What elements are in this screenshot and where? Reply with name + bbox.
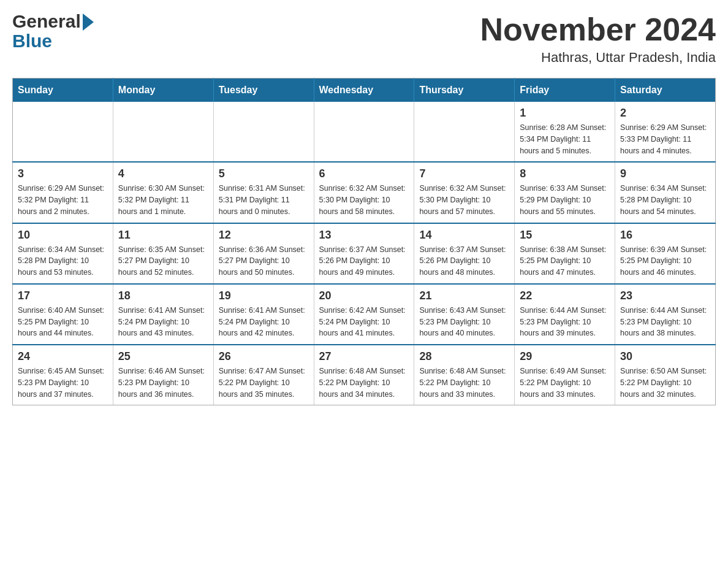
calendar-header-row: SundayMondayTuesdayWednesdayThursdayFrid… xyxy=(13,79,716,102)
day-info: Sunrise: 6:41 AM Sunset: 5:24 PM Dayligh… xyxy=(219,305,309,339)
day-number: 23 xyxy=(620,289,710,302)
calendar-cell: 25Sunrise: 6:46 AM Sunset: 5:23 PM Dayli… xyxy=(113,345,213,405)
calendar-cell: 12Sunrise: 6:36 AM Sunset: 5:27 PM Dayli… xyxy=(213,223,314,284)
day-number: 28 xyxy=(419,350,509,363)
calendar-cell xyxy=(213,102,314,162)
day-number: 21 xyxy=(419,289,509,302)
day-info: Sunrise: 6:43 AM Sunset: 5:23 PM Dayligh… xyxy=(419,305,509,339)
calendar-cell: 4Sunrise: 6:30 AM Sunset: 5:32 PM Daylig… xyxy=(113,162,213,223)
calendar-cell: 26Sunrise: 6:47 AM Sunset: 5:22 PM Dayli… xyxy=(213,345,314,405)
day-info: Sunrise: 6:32 AM Sunset: 5:30 PM Dayligh… xyxy=(419,183,509,217)
calendar-weekday-tuesday: Tuesday xyxy=(213,79,314,102)
day-number: 3 xyxy=(18,167,108,180)
day-number: 20 xyxy=(319,289,409,302)
logo: General Blue xyxy=(12,12,94,52)
calendar-cell: 15Sunrise: 6:38 AM Sunset: 5:25 PM Dayli… xyxy=(515,223,615,284)
day-info: Sunrise: 6:31 AM Sunset: 5:31 PM Dayligh… xyxy=(219,183,309,217)
day-number: 4 xyxy=(118,167,208,180)
calendar-cell: 2Sunrise: 6:29 AM Sunset: 5:33 PM Daylig… xyxy=(615,102,716,162)
day-number: 19 xyxy=(219,289,309,302)
day-number: 14 xyxy=(419,229,509,242)
day-info: Sunrise: 6:34 AM Sunset: 5:28 PM Dayligh… xyxy=(18,244,108,278)
calendar-cell: 22Sunrise: 6:44 AM Sunset: 5:23 PM Dayli… xyxy=(515,284,615,345)
calendar-week-1: 1Sunrise: 6:28 AM Sunset: 5:34 PM Daylig… xyxy=(13,102,716,162)
calendar-cell: 5Sunrise: 6:31 AM Sunset: 5:31 PM Daylig… xyxy=(213,162,314,223)
calendar-cell: 17Sunrise: 6:40 AM Sunset: 5:25 PM Dayli… xyxy=(13,284,113,345)
day-number: 30 xyxy=(620,350,710,363)
calendar-cell: 11Sunrise: 6:35 AM Sunset: 5:27 PM Dayli… xyxy=(113,223,213,284)
day-number: 16 xyxy=(620,229,710,242)
day-info: Sunrise: 6:29 AM Sunset: 5:32 PM Dayligh… xyxy=(18,183,108,217)
calendar-cell: 19Sunrise: 6:41 AM Sunset: 5:24 PM Dayli… xyxy=(213,284,314,345)
day-number: 13 xyxy=(319,229,409,242)
day-info: Sunrise: 6:48 AM Sunset: 5:22 PM Dayligh… xyxy=(319,366,409,400)
calendar-cell: 7Sunrise: 6:32 AM Sunset: 5:30 PM Daylig… xyxy=(414,162,515,223)
calendar-cell: 3Sunrise: 6:29 AM Sunset: 5:32 PM Daylig… xyxy=(13,162,113,223)
day-info: Sunrise: 6:39 AM Sunset: 5:25 PM Dayligh… xyxy=(620,244,710,278)
logo-blue-text: Blue xyxy=(12,31,52,51)
page-header: General Blue November 2024 Hathras, Utta… xyxy=(12,12,716,66)
day-number: 1 xyxy=(520,107,610,120)
calendar-weekday-saturday: Saturday xyxy=(615,79,716,102)
calendar-cell: 24Sunrise: 6:45 AM Sunset: 5:23 PM Dayli… xyxy=(13,345,113,405)
day-info: Sunrise: 6:33 AM Sunset: 5:29 PM Dayligh… xyxy=(520,183,610,217)
day-number: 8 xyxy=(520,167,610,180)
day-number: 29 xyxy=(520,350,610,363)
calendar-header: SundayMondayTuesdayWednesdayThursdayFrid… xyxy=(13,79,716,102)
calendar-cell: 16Sunrise: 6:39 AM Sunset: 5:25 PM Dayli… xyxy=(615,223,716,284)
calendar-cell xyxy=(414,102,515,162)
calendar-table: SundayMondayTuesdayWednesdayThursdayFrid… xyxy=(12,78,716,405)
calendar-subtitle: Hathras, Uttar Pradesh, India xyxy=(480,50,716,66)
day-info: Sunrise: 6:37 AM Sunset: 5:26 PM Dayligh… xyxy=(419,244,509,278)
calendar-title: November 2024 xyxy=(480,12,716,47)
calendar-week-2: 3Sunrise: 6:29 AM Sunset: 5:32 PM Daylig… xyxy=(13,162,716,223)
day-info: Sunrise: 6:48 AM Sunset: 5:22 PM Dayligh… xyxy=(419,366,509,400)
day-info: Sunrise: 6:41 AM Sunset: 5:24 PM Dayligh… xyxy=(118,305,208,339)
day-number: 18 xyxy=(118,289,208,302)
day-info: Sunrise: 6:30 AM Sunset: 5:32 PM Dayligh… xyxy=(118,183,208,217)
day-info: Sunrise: 6:44 AM Sunset: 5:23 PM Dayligh… xyxy=(520,305,610,339)
calendar-cell: 6Sunrise: 6:32 AM Sunset: 5:30 PM Daylig… xyxy=(314,162,414,223)
day-info: Sunrise: 6:42 AM Sunset: 5:24 PM Dayligh… xyxy=(319,305,409,339)
day-info: Sunrise: 6:35 AM Sunset: 5:27 PM Dayligh… xyxy=(118,244,208,278)
calendar-cell: 10Sunrise: 6:34 AM Sunset: 5:28 PM Dayli… xyxy=(13,223,113,284)
day-number: 7 xyxy=(419,167,509,180)
calendar-cell: 13Sunrise: 6:37 AM Sunset: 5:26 PM Dayli… xyxy=(314,223,414,284)
day-number: 2 xyxy=(620,107,710,120)
day-info: Sunrise: 6:49 AM Sunset: 5:22 PM Dayligh… xyxy=(520,366,610,400)
day-info: Sunrise: 6:32 AM Sunset: 5:30 PM Dayligh… xyxy=(319,183,409,217)
day-number: 17 xyxy=(18,289,108,302)
calendar-week-4: 17Sunrise: 6:40 AM Sunset: 5:25 PM Dayli… xyxy=(13,284,716,345)
calendar-body: 1Sunrise: 6:28 AM Sunset: 5:34 PM Daylig… xyxy=(13,102,716,405)
day-number: 11 xyxy=(118,229,208,242)
calendar-cell: 18Sunrise: 6:41 AM Sunset: 5:24 PM Dayli… xyxy=(113,284,213,345)
day-info: Sunrise: 6:44 AM Sunset: 5:23 PM Dayligh… xyxy=(620,305,710,339)
calendar-cell: 8Sunrise: 6:33 AM Sunset: 5:29 PM Daylig… xyxy=(515,162,615,223)
calendar-cell: 30Sunrise: 6:50 AM Sunset: 5:22 PM Dayli… xyxy=(615,345,716,405)
calendar-week-3: 10Sunrise: 6:34 AM Sunset: 5:28 PM Dayli… xyxy=(13,223,716,284)
calendar-weekday-friday: Friday xyxy=(515,79,615,102)
calendar-cell: 1Sunrise: 6:28 AM Sunset: 5:34 PM Daylig… xyxy=(515,102,615,162)
calendar-cell: 28Sunrise: 6:48 AM Sunset: 5:22 PM Dayli… xyxy=(414,345,515,405)
day-number: 26 xyxy=(219,350,309,363)
day-info: Sunrise: 6:28 AM Sunset: 5:34 PM Dayligh… xyxy=(520,122,610,156)
day-info: Sunrise: 6:47 AM Sunset: 5:22 PM Dayligh… xyxy=(219,366,309,400)
calendar-cell: 29Sunrise: 6:49 AM Sunset: 5:22 PM Dayli… xyxy=(515,345,615,405)
day-number: 22 xyxy=(520,289,610,302)
calendar-cell xyxy=(113,102,213,162)
day-info: Sunrise: 6:34 AM Sunset: 5:28 PM Dayligh… xyxy=(620,183,710,217)
day-info: Sunrise: 6:29 AM Sunset: 5:33 PM Dayligh… xyxy=(620,122,710,156)
day-number: 5 xyxy=(219,167,309,180)
logo-general-text: General xyxy=(12,12,81,31)
calendar-cell: 20Sunrise: 6:42 AM Sunset: 5:24 PM Dayli… xyxy=(314,284,414,345)
day-number: 27 xyxy=(319,350,409,363)
calendar-cell: 21Sunrise: 6:43 AM Sunset: 5:23 PM Dayli… xyxy=(414,284,515,345)
day-info: Sunrise: 6:38 AM Sunset: 5:25 PM Dayligh… xyxy=(520,244,610,278)
calendar-cell: 23Sunrise: 6:44 AM Sunset: 5:23 PM Dayli… xyxy=(615,284,716,345)
calendar-cell: 9Sunrise: 6:34 AM Sunset: 5:28 PM Daylig… xyxy=(615,162,716,223)
day-info: Sunrise: 6:46 AM Sunset: 5:23 PM Dayligh… xyxy=(118,366,208,400)
day-info: Sunrise: 6:40 AM Sunset: 5:25 PM Dayligh… xyxy=(18,305,108,339)
calendar-title-block: November 2024 Hathras, Uttar Pradesh, In… xyxy=(480,12,716,66)
day-number: 9 xyxy=(620,167,710,180)
day-number: 6 xyxy=(319,167,409,180)
